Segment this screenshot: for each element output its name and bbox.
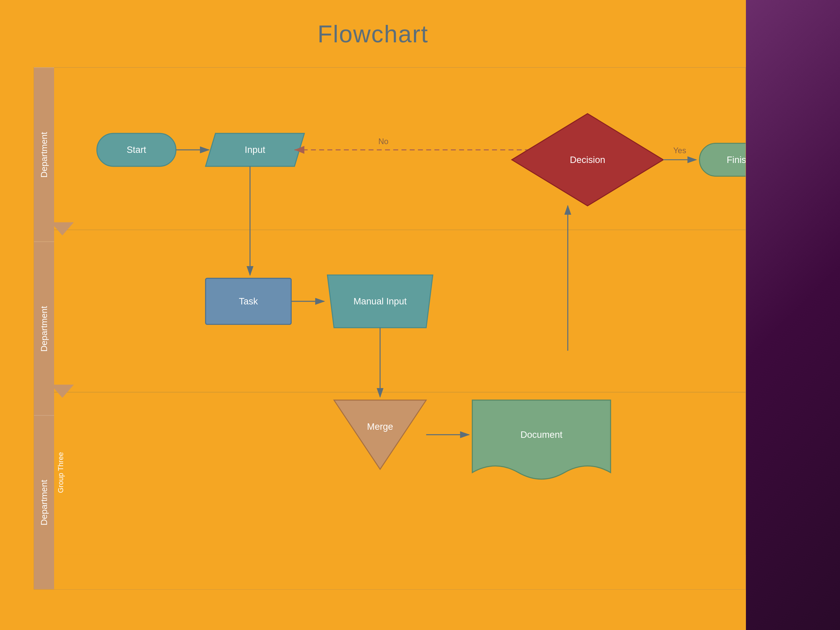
right-panel: [746, 0, 840, 630]
lane-arrow-1: [54, 223, 74, 235]
lane-label-2: Department: [34, 242, 54, 415]
decision-label: Decision: [570, 155, 605, 165]
lane-arrow-2: [54, 385, 74, 398]
document-label: Document: [521, 429, 562, 440]
manual-input-label: Manual Input: [354, 296, 407, 306]
merge-label: Merge: [367, 422, 393, 432]
finish-label: Finish: [727, 155, 745, 165]
group-three-label: Group Three: [57, 452, 65, 493]
input-label: Input: [245, 144, 265, 155]
lane-label-1: Department: [34, 68, 54, 242]
start-label: Start: [127, 144, 146, 155]
page-title: Flowchart: [0, 20, 746, 48]
lane-labels: Department Department Department: [34, 68, 54, 589]
yes-label: Yes: [673, 146, 686, 155]
swimlane-container: Department Department Department Group T…: [33, 67, 746, 590]
no-label: No: [378, 137, 388, 146]
flowchart-svg: Group Three Start Input No Decision Yes …: [54, 68, 745, 555]
lane-label-3: Department: [34, 415, 54, 589]
task-label: Task: [239, 296, 258, 306]
merge-shape: [334, 400, 426, 469]
